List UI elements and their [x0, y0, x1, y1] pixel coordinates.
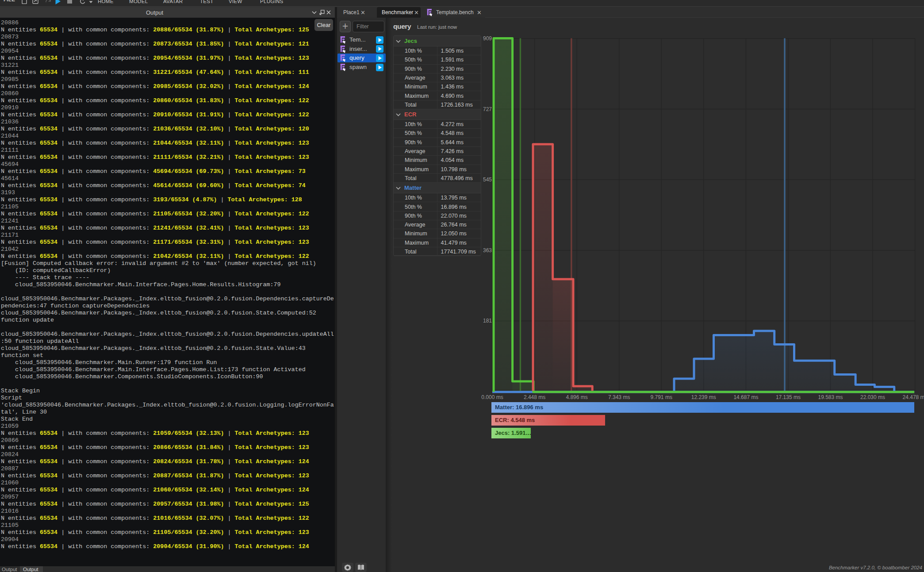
svg-text:7.343 ms: 7.343 ms	[608, 394, 630, 400]
svg-text:363: 363	[483, 247, 492, 253]
svg-text:19.583 ms: 19.583 ms	[818, 394, 843, 400]
svg-text:0.000 ms: 0.000 ms	[481, 394, 503, 400]
svg-text:181: 181	[483, 318, 492, 324]
svg-text:17.135 ms: 17.135 ms	[776, 394, 801, 400]
svg-text:727: 727	[483, 106, 492, 112]
svg-text:14.687 ms: 14.687 ms	[733, 394, 758, 400]
svg-text:24.478 ms: 24.478 ms	[903, 394, 924, 400]
svg-text:9.791 ms: 9.791 ms	[651, 394, 672, 400]
svg-text:2.448 ms: 2.448 ms	[524, 394, 545, 400]
svg-text:22.030 ms: 22.030 ms	[860, 394, 885, 400]
svg-text:4.896 ms: 4.896 ms	[566, 394, 587, 400]
svg-text:545: 545	[483, 177, 492, 183]
svg-text:909: 909	[483, 35, 492, 42]
svg-text:12.239 ms: 12.239 ms	[691, 394, 716, 400]
